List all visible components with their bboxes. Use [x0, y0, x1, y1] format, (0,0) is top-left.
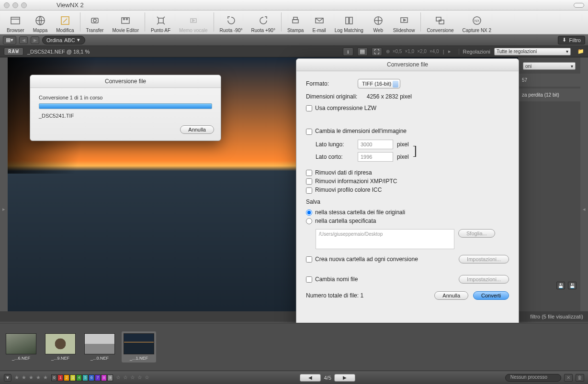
color-labels[interactable]: 0123456789: [51, 374, 113, 381]
svg-rect-20: [436, 17, 441, 21]
progress-cancel-button[interactable]: Annulla: [180, 125, 214, 134]
tb-transfer[interactable]: Transfer: [82, 14, 108, 33]
panel-dropdown[interactable]: oni▾: [523, 62, 576, 70]
sort-mode: ABC: [64, 37, 75, 43]
svg-text:NX: NX: [474, 19, 480, 23]
rm-shoot-checkbox[interactable]: Rimuovi dati di ripresa: [306, 169, 372, 176]
zoom-icon[interactable]: [21, 2, 27, 8]
svg-rect-16: [350, 17, 352, 24]
close-icon[interactable]: [4, 2, 10, 8]
color-label[interactable]: 5: [82, 374, 88, 381]
color-label[interactable]: 1: [57, 374, 63, 381]
conv-cancel-button[interactable]: Annulla: [434, 291, 468, 300]
prev-button[interactable]: ◀: [300, 374, 321, 382]
sort-control[interactable]: Ordina ABC ▾: [42, 36, 85, 44]
thumbnail[interactable]: _...0.NEF: [82, 333, 117, 361]
color-label[interactable]: 6: [89, 374, 94, 381]
tb-capture-nx[interactable]: NXCapture NX 2: [459, 14, 496, 33]
progress-bar: [39, 103, 212, 109]
progress-title: Conversione file: [30, 75, 221, 88]
folder-icon[interactable]: 📁: [577, 48, 584, 55]
rename-checkbox[interactable]: Cambia nomi file: [306, 276, 358, 283]
tb-email[interactable]: E-mail: [308, 14, 329, 33]
regolazioni-select[interactable]: Tutte le regolazioni▾: [494, 48, 571, 55]
svg-marker-19: [404, 19, 406, 21]
rename-settings-button[interactable]: Impostazioni...: [459, 275, 509, 284]
convert-button[interactable]: Converti: [473, 291, 509, 300]
save-spec-radio[interactable]: nella cartella specificata: [306, 218, 376, 224]
color-label[interactable]: 7: [95, 374, 101, 381]
color-label[interactable]: 3: [70, 374, 76, 381]
tb-movie-editor[interactable]: Movie Editor: [108, 14, 143, 33]
conv-title: Conversione file: [296, 59, 519, 71]
nav-fwd[interactable]: ▶: [31, 36, 39, 44]
tb-browser[interactable]: Browser: [3, 14, 28, 33]
tb-log-matching[interactable]: Log Matching: [331, 14, 367, 33]
color-label[interactable]: 9: [107, 374, 113, 381]
adjustments-panel: oni▾ 57 za perdita (12 bit): [518, 57, 580, 316]
new-folder-settings-button[interactable]: Impostazioni...: [459, 255, 509, 263]
rating-dots[interactable]: ☆ ☆ ☆ ☆ ☆: [116, 374, 150, 381]
progress-status: Conversione 1 di 1 in corso: [39, 95, 212, 100]
browse-button[interactable]: Sfoglia...: [458, 229, 495, 238]
tb-memo-vocale: Memo vocale: [175, 14, 211, 33]
expand-icon[interactable]: ▸: [448, 48, 451, 55]
tb-slideshow[interactable]: Slideshow: [389, 14, 419, 33]
thumbnail-strip: _...6.NEF _...9.NEF _...0.NEF _...1.NEF: [0, 323, 588, 371]
thumbnail[interactable]: _...6.NEF: [4, 333, 38, 361]
long-side-label: Lato lungo:: [316, 141, 354, 148]
window-titlebar: ViewNX 2: [0, 0, 588, 11]
zoom-levels[interactable]: ⊕ ×0,5 ×1,0 ×2,0 ×4,0: [386, 49, 439, 54]
info-icon[interactable]: i: [343, 47, 353, 56]
lzw-checkbox[interactable]: Usa compressione LZW: [306, 105, 376, 111]
svg-rect-6: [122, 18, 129, 23]
save-heading: Salva: [306, 198, 509, 205]
next-button[interactable]: ▶: [334, 374, 355, 382]
tb-modifica[interactable]: Modifica: [52, 14, 78, 33]
save-as-icon[interactable]: 💾: [568, 282, 577, 289]
nav-back[interactable]: ◀: [19, 36, 28, 44]
app-title: ViewNX 2: [57, 1, 84, 9]
rm-icc-checkbox[interactable]: Rimuovi profilo colore ICC: [306, 187, 382, 193]
color-label[interactable]: 0: [51, 374, 57, 381]
statusbar-menu[interactable]: ▾: [4, 374, 11, 382]
tb-punto-af[interactable]: Punto AF: [147, 14, 174, 33]
long-side-input[interactable]: [358, 140, 393, 149]
main-toolbar: Browser Mappa Modifica Transfer Movie Ed…: [0, 11, 588, 34]
tb-mappa[interactable]: Mappa: [29, 14, 52, 33]
color-label[interactable]: 2: [64, 374, 69, 381]
stop-icon[interactable]: ✕: [564, 374, 573, 382]
new-folder-checkbox[interactable]: Crea nuova cartella ad ogni conversione: [306, 256, 418, 263]
tb-conversione[interactable]: Conversione: [423, 14, 457, 33]
toolbar-toggle-icon[interactable]: [574, 3, 584, 8]
rating-stars[interactable]: ★ ★ ★ ★ ★: [14, 374, 48, 381]
color-label[interactable]: 8: [101, 374, 107, 381]
svg-rect-0: [11, 17, 20, 24]
resize-checkbox[interactable]: Cambia le dimensioni dell'immagine: [306, 128, 407, 134]
tb-rotate-ccw[interactable]: Ruota -90°: [216, 14, 247, 33]
filter-count: filtro (5 file visualizzati): [530, 314, 583, 319]
save-same-radio[interactable]: nella stessa cartella dei file originali: [306, 209, 405, 216]
save-icon[interactable]: 💾: [556, 282, 565, 289]
svg-rect-9: [158, 18, 163, 23]
svg-rect-15: [346, 17, 349, 24]
filter-button[interactable]: ⬇ Filtro: [558, 36, 585, 44]
color-label[interactable]: 4: [76, 374, 82, 381]
format-select[interactable]: TIFF (16-bit): [358, 79, 400, 88]
panel-line: za perdita (12 bit): [518, 88, 580, 101]
trash-icon[interactable]: 🗑: [576, 374, 584, 382]
minimize-icon[interactable]: [12, 2, 18, 8]
short-side-input[interactable]: [358, 152, 393, 162]
tb-stampa[interactable]: Stampa: [283, 14, 307, 33]
tb-web[interactable]: Web: [368, 14, 388, 33]
thumbnail-selected[interactable]: _...1.NEF: [122, 331, 156, 362]
view-mode-dropdown[interactable]: ▦▾: [3, 36, 16, 44]
total-files: Numero totale di file: 1: [306, 292, 363, 299]
rm-xmp-checkbox[interactable]: Rimuovi informazioni XMP/IPTC: [306, 178, 397, 185]
tb-rotate-cw[interactable]: Ruota +90°: [248, 14, 279, 33]
traffic-lights: [4, 2, 27, 8]
thumbnail[interactable]: _...9.NEF: [43, 333, 78, 361]
raw-badge: RAW: [4, 47, 23, 55]
fit-icon[interactable]: ⛶: [372, 47, 382, 56]
histogram-icon[interactable]: ▤: [357, 47, 368, 56]
